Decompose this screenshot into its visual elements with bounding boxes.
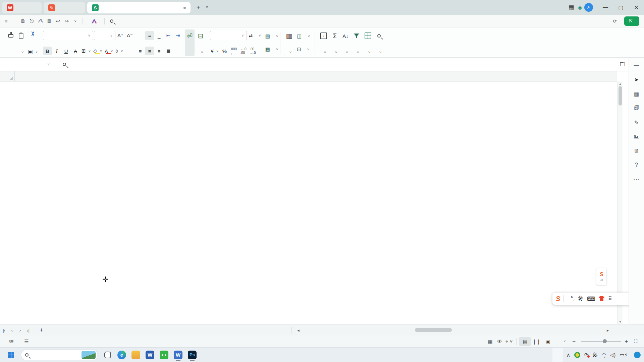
paste-special-button[interactable]: ▣ xyxy=(27,47,39,56)
worksheet-button[interactable]: ▦ xyxy=(264,45,280,54)
tab-list-chevron-icon[interactable]: ˅ xyxy=(203,3,211,12)
outline-icon[interactable]: ☰ xyxy=(22,339,31,345)
scroll-down-icon[interactable]: ▼ xyxy=(618,320,623,323)
screen-record-tray-icon[interactable]: ⟳ xyxy=(584,352,589,358)
zoom-out-button[interactable]: − xyxy=(572,338,576,345)
close-button[interactable]: ✕ xyxy=(629,0,644,15)
name-box[interactable]: ˅ xyxy=(3,59,53,69)
align-middle-icon[interactable]: = xyxy=(145,31,154,40)
align-top-icon[interactable]: ¯ xyxy=(136,31,145,40)
find-button[interactable] xyxy=(375,29,383,56)
strikethrough-button[interactable]: A xyxy=(71,47,80,55)
wps-ai-menu[interactable] xyxy=(92,19,99,23)
help-icon[interactable]: ? xyxy=(635,162,638,168)
hscroll-left-icon[interactable]: ◂ xyxy=(294,328,303,333)
reading-mode-icon[interactable]: 👁︎ xyxy=(495,339,504,344)
sort-button[interactable]: A↓ xyxy=(340,29,351,56)
cut-button[interactable] xyxy=(27,29,39,38)
word-app-icon[interactable]: W xyxy=(144,349,156,361)
ime-punctuation-icon[interactable]: °, xyxy=(571,295,575,302)
align-bottom-icon[interactable]: _ xyxy=(155,31,163,40)
photoshop-app-icon[interactable]: Ps xyxy=(186,349,199,361)
freeze-button[interactable] xyxy=(363,29,373,56)
ime-keyboard-icon[interactable]: ⌨ xyxy=(587,295,595,302)
scroll-up-icon[interactable]: ▲ xyxy=(618,82,623,85)
paste-button[interactable] xyxy=(17,29,25,56)
start-button[interactable] xyxy=(5,349,17,361)
microphone-tray-icon[interactable]: 🎤︎ xyxy=(593,352,598,358)
ime-skin-icon[interactable] xyxy=(598,296,604,301)
add-sheet-button[interactable]: + xyxy=(40,327,43,334)
tray-expand-icon[interactable]: ∧ xyxy=(567,352,570,358)
quickbar-chevron-icon[interactable]: ˅ xyxy=(71,17,80,25)
notification-badge[interactable] xyxy=(634,352,641,358)
fill-button[interactable]: ↓ xyxy=(318,29,329,56)
maximize-button[interactable]: ▢ xyxy=(613,0,629,15)
minimize-button[interactable]: — xyxy=(598,0,613,15)
sum-button[interactable]: Σ xyxy=(330,29,339,56)
macro-record-icon[interactable]: 🖳 xyxy=(7,339,16,344)
hscroll-right-icon[interactable]: ▸ xyxy=(604,328,612,333)
expand-formula-bar-icon[interactable]: 🗔 xyxy=(620,61,625,67)
increase-font-button[interactable]: A⁺ xyxy=(116,31,125,40)
borders-button[interactable]: ⊞ xyxy=(80,47,92,55)
zoom-in-button[interactable]: + xyxy=(625,338,628,345)
new-tab-button[interactable]: + xyxy=(194,3,203,12)
italic-button[interactable]: I xyxy=(52,47,61,55)
number-format-select[interactable] xyxy=(210,31,247,40)
undo-icon[interactable]: ↩ xyxy=(54,17,62,25)
doc-tab-current[interactable]: S xyxy=(87,2,191,13)
align-right-icon[interactable]: ≡ xyxy=(155,47,163,55)
taskbar-search-input[interactable] xyxy=(21,350,98,360)
first-sheet-icon[interactable]: |‹ xyxy=(0,328,8,333)
file-explorer-icon[interactable] xyxy=(129,349,142,361)
decrease-decimal-button[interactable]: ←.0.00 xyxy=(239,47,248,55)
align-left-icon[interactable]: ≡ xyxy=(136,47,145,55)
conditional-format-button[interactable]: ▥ xyxy=(284,29,294,56)
volume-tray-icon[interactable]: ◁) xyxy=(610,352,616,358)
zoom-slider-handle[interactable] xyxy=(603,339,607,343)
clear-format-button[interactable]: ◊ xyxy=(115,47,124,55)
filter-button[interactable] xyxy=(352,29,361,56)
merge-center-button[interactable]: ⊟ xyxy=(196,29,206,56)
page-break-view-button[interactable]: ▣ xyxy=(542,337,553,346)
font-size-select[interactable] xyxy=(94,31,115,40)
font-color-button[interactable]: A xyxy=(104,47,114,55)
wrap-text-button[interactable]: ⏎ xyxy=(185,29,195,56)
vertical-scroll-thumb[interactable] xyxy=(619,86,622,106)
horizontal-scroll-thumb[interactable] xyxy=(415,328,452,332)
chart-helper-icon[interactable]: 📊︎ xyxy=(634,134,639,140)
fill-color-button[interactable]: ◇ xyxy=(92,47,103,55)
pen-annotate-icon[interactable]: ✎ xyxy=(634,119,639,126)
search-icon[interactable] xyxy=(110,19,113,23)
save-icon[interactable]: 🗎 xyxy=(19,17,28,25)
rows-cols-button[interactable]: ▤ xyxy=(264,32,280,41)
edge-app-icon[interactable]: e xyxy=(115,349,128,361)
formula-search-icon[interactable] xyxy=(63,63,66,66)
share-button[interactable]: ⇱ xyxy=(624,16,639,26)
ime-toolbox-icon[interactable]: ⠿ xyxy=(608,295,612,302)
antivirus-tray-icon[interactable] xyxy=(574,352,580,358)
gift-icon[interactable]: ◈ xyxy=(576,3,584,12)
print-preview-icon[interactable]: 🗏 xyxy=(45,17,54,25)
pointer-tool-icon[interactable]: ➤ xyxy=(634,76,639,83)
sogou-ime-badge[interactable]: S uo xyxy=(596,268,606,285)
collapse-sidebar-icon[interactable]: — xyxy=(634,62,639,68)
more-tools-icon[interactable]: ⋯ xyxy=(634,176,639,182)
print-icon[interactable]: ⎙ xyxy=(36,17,45,25)
select-all-corner[interactable] xyxy=(0,71,15,81)
document-panel-icon[interactable]: 🗎 xyxy=(634,148,639,154)
last-sheet-icon[interactable]: ›| xyxy=(24,328,32,333)
ime-toolbar[interactable]: S °, 🎤︎ ⌨ ⠿ xyxy=(552,293,637,305)
decrease-indent-icon[interactable]: ⇤ xyxy=(164,31,173,40)
doc-tab-template[interactable]: ✎ xyxy=(44,2,85,13)
ime-mic-icon[interactable]: 🎤︎ xyxy=(578,295,584,302)
cpu-temp-widget[interactable] xyxy=(552,348,563,362)
prev-sheet-icon[interactable]: ‹ xyxy=(8,328,16,333)
next-sheet-icon[interactable]: › xyxy=(16,328,24,333)
wps-app-icon[interactable]: W xyxy=(172,349,184,361)
underline-button[interactable]: U xyxy=(62,47,70,55)
zoom-chevron-icon[interactable]: ˅ xyxy=(564,340,566,343)
task-view-button[interactable] xyxy=(101,349,114,361)
table-tools-icon[interactable]: ▦ xyxy=(485,339,495,345)
